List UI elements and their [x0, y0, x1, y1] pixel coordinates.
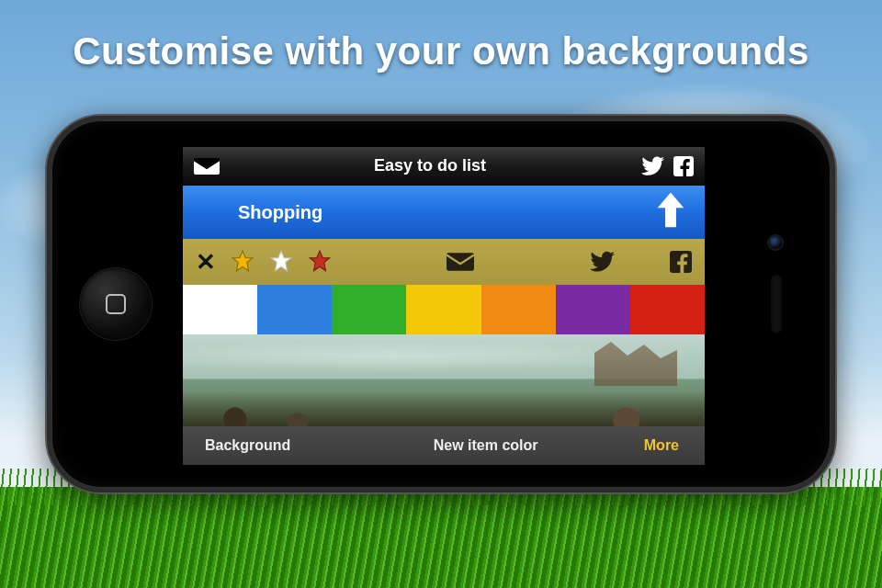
bottom-tabbar: Background New item color More [183, 426, 705, 465]
star-gold-icon[interactable] [231, 250, 254, 274]
twitter-icon[interactable] [640, 156, 664, 176]
color-swatch-row [183, 285, 705, 334]
topbar-title: Easy to do list [229, 156, 631, 175]
swatch-red[interactable] [630, 285, 705, 334]
toolbar-twitter-icon[interactable] [589, 251, 615, 273]
toolbar-mail-icon[interactable] [447, 253, 474, 271]
star-white-icon[interactable] [269, 250, 293, 274]
swatch-white[interactable] [183, 285, 257, 334]
swatch-green[interactable] [332, 285, 406, 334]
phone-camera [769, 236, 782, 249]
svg-rect-2 [447, 253, 474, 270]
tab-background[interactable]: Background [183, 437, 389, 454]
list-header[interactable]: Shopping [183, 186, 705, 239]
mail-icon[interactable] [194, 158, 220, 175]
background-scenery [594, 334, 677, 386]
facebook-icon[interactable] [673, 156, 694, 176]
swatch-purple[interactable] [556, 285, 630, 334]
list-title: Shopping [238, 202, 322, 223]
item-toolbar: ✕ [183, 239, 705, 285]
toolbar-facebook-icon[interactable] [670, 251, 692, 273]
tab-more[interactable]: More [582, 437, 705, 454]
swatch-blue[interactable] [257, 285, 332, 334]
grass-foreground [0, 487, 882, 588]
swatch-orange[interactable] [481, 285, 556, 334]
tab-new-item-color[interactable]: New item color [389, 437, 582, 454]
close-icon[interactable]: ✕ [196, 250, 216, 274]
swatch-yellow[interactable] [406, 285, 481, 334]
star-red-icon[interactable] [308, 250, 332, 274]
arrow-up-icon[interactable] [657, 193, 684, 232]
app-screen: Easy to do list Shopping ✕ [183, 147, 705, 465]
home-button[interactable] [80, 268, 152, 340]
phone-frame: Easy to do list Shopping ✕ [45, 114, 837, 494]
phone-speaker [771, 275, 782, 334]
background-preview[interactable] [183, 334, 705, 426]
app-topbar: Easy to do list [183, 147, 705, 186]
promo-headline: Customise with your own backgrounds [0, 29, 882, 74]
